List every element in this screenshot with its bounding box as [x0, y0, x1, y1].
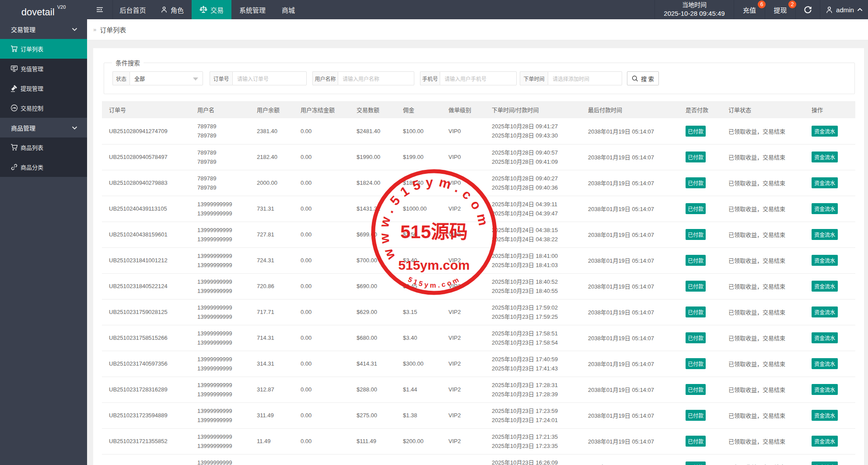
- svg-text:515源码: 515源码: [400, 222, 468, 242]
- svg-text:515ym.com: 515ym.com: [398, 258, 469, 272]
- svg-text:515ym.com: 515ym.com: [407, 275, 462, 289]
